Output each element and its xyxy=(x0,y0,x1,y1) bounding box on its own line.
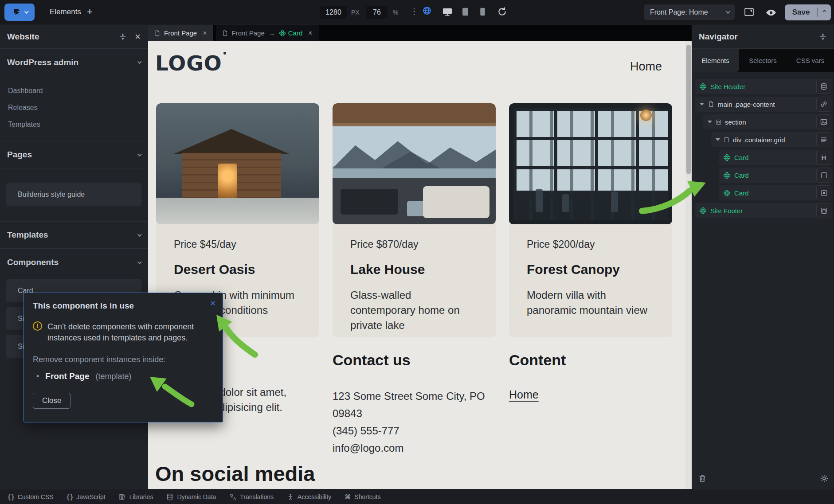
tab-front-page[interactable]: Front Page × xyxy=(148,25,213,41)
save-options-chevron-icon[interactable]: ⌃ xyxy=(818,9,831,16)
caret-expanded-icon[interactable] xyxy=(708,121,712,123)
sidebar-item-releases[interactable]: Releases xyxy=(0,99,148,116)
tree-item-card-1[interactable]: Card xyxy=(719,150,818,165)
section-templates[interactable]: Templates xyxy=(0,221,148,249)
template-selector-dropdown[interactable]: Front Page: Home xyxy=(644,4,735,20)
tree-item-section[interactable]: section xyxy=(703,114,818,129)
section-components[interactable]: Components xyxy=(0,249,148,276)
card-title: Desert Oasis xyxy=(174,262,301,277)
navigator-tabs: Elements Selectors CSS vars xyxy=(692,49,834,72)
statusbar-custom-css[interactable]: { }Custom CSS xyxy=(8,493,54,500)
navigator-title: Navigator xyxy=(699,32,819,42)
close-tab-icon[interactable]: × xyxy=(308,29,312,37)
footer-content-heading: Content xyxy=(509,352,669,369)
preview-eye-icon[interactable] xyxy=(765,9,777,16)
statusbar-translations[interactable]: Translations xyxy=(229,493,274,500)
text-lines-icon[interactable] xyxy=(816,132,831,147)
container-icon[interactable] xyxy=(816,168,831,183)
braces-icon: { } xyxy=(8,493,14,500)
element-tree: Site Header main .page-content section d… xyxy=(692,79,818,221)
site-nav-home-link[interactable]: Home xyxy=(630,60,662,74)
statusbar-accessibility[interactable]: Accessibility xyxy=(287,493,331,500)
card-description: Glass-walled contemporary home on privat… xyxy=(350,288,478,333)
tree-item-site-footer[interactable]: Site Footer xyxy=(695,203,818,218)
statusbar-label: Accessibility xyxy=(298,493,331,500)
sidebar-item-templates[interactable]: Templates xyxy=(0,116,148,133)
close-panel-icon[interactable]: × xyxy=(135,31,141,43)
tablet-view-icon[interactable] xyxy=(461,7,470,16)
tab-front-page-card[interactable]: Front Page → Card × xyxy=(216,25,319,41)
tree-item-label: Card xyxy=(734,154,749,161)
link-icon[interactable] xyxy=(816,97,831,112)
image-icon[interactable] xyxy=(816,114,831,129)
block-icon[interactable] xyxy=(816,185,831,200)
builderius-logo-button[interactable] xyxy=(4,4,35,21)
gear-icon[interactable] xyxy=(820,474,829,483)
sidebar-item-dashboard[interactable]: Dashboard xyxy=(0,82,148,99)
tree-item-card-2[interactable]: Card xyxy=(719,168,818,183)
tree-item-label: section xyxy=(725,118,746,126)
zoom-input[interactable] xyxy=(366,6,388,19)
section-pages[interactable]: Pages xyxy=(0,141,148,168)
footer-contact-heading: Contact us xyxy=(333,352,492,369)
globe-icon[interactable] xyxy=(423,6,431,15)
caret-expanded-icon[interactable] xyxy=(700,103,704,105)
website-panel-header: Website × xyxy=(0,25,148,49)
dock-panel-icon[interactable] xyxy=(819,33,827,41)
footer-phone: (345) 555-777 xyxy=(333,422,492,439)
save-button-label: Save xyxy=(785,8,817,17)
dialog-close-button[interactable]: Close xyxy=(33,393,70,409)
elements-label[interactable]: Elements xyxy=(50,8,81,16)
footer-home-link[interactable]: Home xyxy=(509,388,539,401)
front-page-link[interactable]: Front Page xyxy=(45,371,89,381)
card-forest-canopy[interactable]: Price $200/day Forest Canopy Modern vill… xyxy=(509,103,672,337)
kebab-menu-icon[interactable]: ⋮ xyxy=(410,7,418,16)
section-icon[interactable] xyxy=(816,203,831,218)
statusbar-label: Dynamic Data xyxy=(177,493,216,500)
database-icon[interactable] xyxy=(816,79,831,94)
card-lake-house[interactable]: Price $870/day Lake House Glass-walled c… xyxy=(333,103,496,337)
tab-elements[interactable]: Elements xyxy=(692,49,739,72)
chevron-down-icon xyxy=(726,9,730,14)
heading-icon[interactable]: H xyxy=(816,150,831,165)
status-bar: { }Custom CSS { }JavaScript Libraries Dy… xyxy=(0,489,834,504)
tree-item-label: Site Header xyxy=(710,83,745,90)
footer-social-heading: On social media xyxy=(155,461,315,486)
section-wordpress-admin[interactable]: WordPress admin xyxy=(0,49,148,76)
tree-item-div-container-grid[interactable]: div .container.grid xyxy=(711,132,818,147)
scrollbar-thumb[interactable] xyxy=(686,45,691,174)
books-icon xyxy=(119,493,126,500)
database-icon xyxy=(166,493,173,500)
template-selector-value: Front Page: Home xyxy=(650,8,708,16)
add-element-button[interactable]: + xyxy=(87,6,93,18)
dialog-title: This component is in use xyxy=(33,301,214,311)
section-label: Templates xyxy=(7,230,48,240)
tree-item-label: Site Footer xyxy=(710,207,743,215)
dialog-close-icon[interactable]: × xyxy=(210,298,215,309)
refresh-icon[interactable] xyxy=(497,7,507,16)
site-logo[interactable]: LOGO xyxy=(155,51,222,75)
braces-icon: { } xyxy=(67,493,73,500)
viewport-width-input[interactable] xyxy=(320,6,347,19)
tree-item-label: div .container.grid xyxy=(733,136,785,144)
trash-icon[interactable] xyxy=(698,474,707,483)
save-button[interactable]: Save ⌃ xyxy=(785,4,831,20)
tree-item-card-3[interactable]: Card xyxy=(719,185,818,200)
tab-selectors[interactable]: Selectors xyxy=(739,49,787,72)
tree-item-main-page-content[interactable]: main .page-content xyxy=(695,97,818,112)
caret-expanded-icon[interactable] xyxy=(716,138,720,141)
phone-view-icon[interactable] xyxy=(479,7,486,16)
page-item-builderius-style-guide[interactable]: Builderius style guide xyxy=(6,183,141,206)
dock-panel-icon[interactable] xyxy=(119,33,127,41)
desktop-view-icon[interactable] xyxy=(442,8,453,16)
dialog-instruction: Remove component instances inside: xyxy=(33,355,214,364)
tree-item-site-header[interactable]: Site Header xyxy=(695,79,818,94)
statusbar-libraries[interactable]: Libraries xyxy=(119,493,153,500)
statusbar-javascript[interactable]: { }JavaScript xyxy=(67,493,106,500)
tab-css-vars[interactable]: CSS vars xyxy=(787,49,834,72)
preview-frame-icon[interactable] xyxy=(744,8,754,16)
canvas-scrollbar[interactable] xyxy=(685,41,692,489)
statusbar-shortcuts[interactable]: ⌘Shortcuts xyxy=(345,493,380,500)
close-tab-icon[interactable]: × xyxy=(203,29,207,37)
statusbar-dynamic-data[interactable]: Dynamic Data xyxy=(166,493,216,500)
